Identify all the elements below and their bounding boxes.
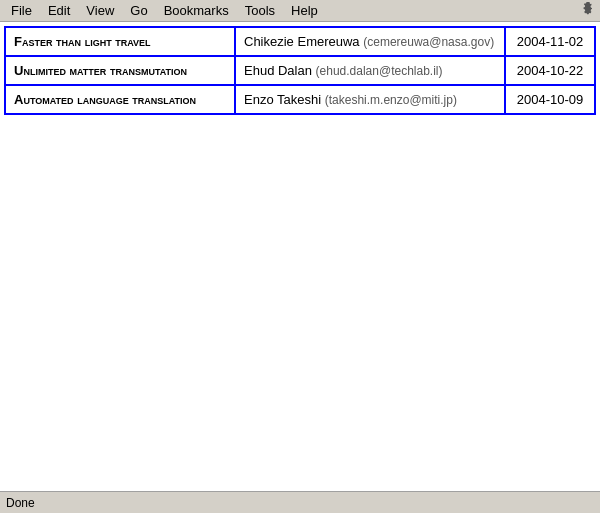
row-date: 2004-11-02 <box>505 27 595 56</box>
menu-items: File Edit View Go Bookmarks Tools Help <box>4 0 325 21</box>
table-row: Unlimited matter transmutationEhud Dalan… <box>5 56 595 85</box>
row-email: (takeshi.m.enzo@miti.jp) <box>325 93 457 107</box>
menu-view[interactable]: View <box>79 0 121 21</box>
content-area: Faster than light travelChikezie Emereuw… <box>0 22 600 491</box>
row-date: 2004-10-09 <box>505 85 595 114</box>
gear-icon[interactable] <box>580 1 596 20</box>
row-person: Enzo Takeshi (takeshi.m.enzo@miti.jp) <box>235 85 505 114</box>
table-row: Automated language translationEnzo Takes… <box>5 85 595 114</box>
data-table: Faster than light travelChikezie Emereuw… <box>4 26 596 115</box>
row-title: Faster than light travel <box>5 27 235 56</box>
statusbar: Done <box>0 491 600 513</box>
menu-file[interactable]: File <box>4 0 39 21</box>
row-person: Chikezie Emereuwa (cemereuwa@nasa.gov) <box>235 27 505 56</box>
menu-go[interactable]: Go <box>123 0 154 21</box>
menu-edit[interactable]: Edit <box>41 0 77 21</box>
row-person: Ehud Dalan (ehud.dalan@techlab.il) <box>235 56 505 85</box>
statusbar-text: Done <box>6 496 35 510</box>
menu-help[interactable]: Help <box>284 0 325 21</box>
row-email: (ehud.dalan@techlab.il) <box>316 64 443 78</box>
menu-tools[interactable]: Tools <box>238 0 282 21</box>
row-date: 2004-10-22 <box>505 56 595 85</box>
menu-bookmarks[interactable]: Bookmarks <box>157 0 236 21</box>
row-title: Unlimited matter transmutation <box>5 56 235 85</box>
menubar: File Edit View Go Bookmarks Tools Help <box>0 0 600 22</box>
table-row: Faster than light travelChikezie Emereuw… <box>5 27 595 56</box>
row-title: Automated language translation <box>5 85 235 114</box>
row-email: (cemereuwa@nasa.gov) <box>363 35 494 49</box>
